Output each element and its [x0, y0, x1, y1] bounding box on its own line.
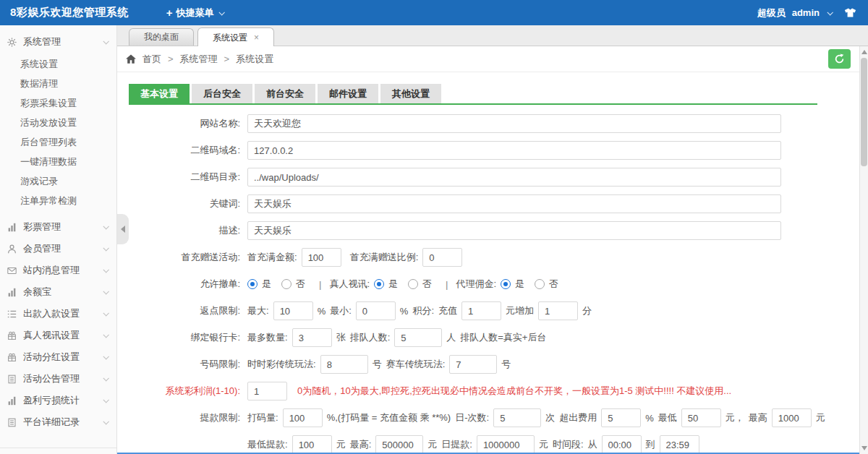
queue-count-input[interactable]: [394, 328, 442, 347]
sidebar-item-system-settings[interactable]: 系统设置: [0, 54, 116, 74]
form-row-qr-dir: 二维码目录:: [129, 167, 859, 187]
form-row-system-profit: 系统彩利润(1-10): 0为随机，10为最大,即控死,控死出现必中情况会造成前…: [129, 381, 859, 401]
user-icon: [7, 244, 23, 254]
unit-label: 元: [427, 438, 437, 451]
radio-allow-cancel-no[interactable]: [281, 279, 292, 289]
settings-form: 基本设置 后台安全 前台安全 邮件设置 其他设置 网站名称: 二维码域名: 二维…: [117, 72, 859, 454]
chevron-down-icon: [103, 223, 109, 229]
fee-min-input[interactable]: [681, 408, 721, 427]
inline-label: 日-次数:: [455, 411, 489, 424]
tab-basic-settings[interactable]: 基本设置: [129, 84, 190, 103]
fee-input[interactable]: [601, 408, 641, 427]
sidebar-item-one-key-clean[interactable]: 一键清理数据: [0, 152, 116, 171]
username-menu[interactable]: admin: [792, 7, 820, 18]
sidebar-collapse-handle[interactable]: [117, 214, 129, 244]
inline-label: 元增加: [506, 304, 534, 317]
refresh-button[interactable]: [828, 49, 851, 69]
inline-label: 时时彩传统玩法:: [247, 358, 316, 371]
tab-my-desktop[interactable]: 我的桌面: [129, 28, 194, 46]
sidebar-item-lottery-management[interactable]: 彩票管理: [0, 216, 116, 238]
dama-input[interactable]: [283, 408, 323, 427]
sidebar-item-system-management[interactable]: 系统管理: [0, 31, 116, 53]
site-name-input[interactable]: [247, 114, 781, 133]
inline-label: 真人视讯:: [329, 278, 370, 291]
time-from-input[interactable]: [602, 435, 642, 454]
home-icon: [126, 54, 136, 64]
breadcrumb-level1[interactable]: 系统管理: [180, 53, 218, 66]
qr-dir-input[interactable]: [247, 168, 781, 187]
scroll-up-arrow-icon[interactable]: [861, 50, 867, 54]
quick-menu-label: 快捷菜单: [176, 7, 214, 20]
sidebar-item-lottery-collect[interactable]: 彩票采集设置: [0, 93, 116, 113]
sidebar-item-announcement-management[interactable]: 活动公告管理: [0, 368, 116, 390]
sidebar-item-platform-records[interactable]: 平台详细记录: [0, 411, 116, 433]
inline-label: 时间段:: [553, 438, 584, 451]
breadcrumb: 首页 > 系统管理 > 系统设置: [117, 46, 859, 72]
race-play-input[interactable]: [449, 355, 497, 374]
chevron-down-icon: [103, 310, 109, 316]
field-label: 二维码域名:: [129, 144, 247, 157]
sidebar-item-yuebao[interactable]: 余额宝: [0, 281, 116, 303]
sidebar-item-label: 平台详细记录: [23, 416, 80, 429]
chart-icon: [7, 288, 23, 297]
sidebar-item-dividend-settings[interactable]: 活动分红设置: [0, 346, 116, 368]
quick-menu-button[interactable]: + 快捷菜单: [166, 7, 224, 20]
theme-shirt-icon[interactable]: [844, 7, 856, 18]
field-label: 首充赠送活动:: [129, 251, 247, 264]
radio-agent-commission-no[interactable]: [535, 279, 545, 289]
sidebar-item-admin-list[interactable]: 后台管理列表: [0, 132, 116, 152]
scrollbar-thumb[interactable]: [861, 58, 867, 166]
first-charge-amount-input[interactable]: [302, 248, 341, 267]
qr-domain-input[interactable]: [247, 141, 781, 160]
sidebar-item-data-clean[interactable]: 数据清理: [0, 74, 116, 93]
radio-live-video-no[interactable]: [408, 279, 418, 289]
points-charge-input[interactable]: [461, 301, 501, 320]
fee-max-input[interactable]: [772, 408, 812, 427]
tab-other-settings[interactable]: 其他设置: [380, 84, 441, 103]
scroll-down-arrow-icon[interactable]: [861, 446, 867, 450]
rebate-max-input[interactable]: [273, 301, 313, 320]
sidebar-item-live-video-settings[interactable]: 真人视讯设置: [0, 325, 116, 346]
keywords-input[interactable]: [247, 194, 781, 213]
inline-label: 最高:: [350, 438, 372, 451]
tab-backend-security[interactable]: 后台安全: [192, 84, 252, 103]
ssc-play-input[interactable]: [320, 355, 368, 374]
radio-agent-commission-yes[interactable]: [501, 279, 511, 289]
sidebar-item-bet-anomaly[interactable]: 注单异常检测: [0, 191, 116, 210]
vertical-scrollbar[interactable]: [859, 46, 868, 454]
time-to-input[interactable]: [660, 435, 699, 454]
app-title: 8彩娱乐欢迎您管理系统: [10, 6, 129, 20]
tab-mail-settings[interactable]: 邮件设置: [318, 84, 378, 103]
sidebar-submenu-system: 系统设置 数据清理 彩票采集设置 活动发放设置 后台管理列表 一键清理数据 游戏…: [0, 53, 116, 216]
sidebar-item-activity-grant[interactable]: 活动发放设置: [0, 113, 116, 132]
bank-max-input[interactable]: [292, 328, 332, 347]
close-icon[interactable]: ×: [254, 28, 259, 47]
rebate-min-input[interactable]: [356, 301, 396, 320]
withdraw-daily-input[interactable]: [477, 435, 535, 454]
field-label: 关键词:: [129, 197, 247, 210]
list-icon: [7, 309, 23, 319]
description-input[interactable]: [247, 221, 781, 240]
radio-allow-cancel-yes[interactable]: [247, 279, 258, 289]
radio-live-video-yes[interactable]: [374, 279, 384, 289]
breadcrumb-home[interactable]: 首页: [142, 53, 161, 66]
sidebar-item-game-records[interactable]: 游戏记录: [0, 171, 116, 191]
sidebar-item-profit-loss-stats[interactable]: 盈利亏损统计: [0, 390, 116, 411]
tab-frontend-security[interactable]: 前台安全: [255, 84, 315, 103]
daily-count-input[interactable]: [493, 408, 541, 427]
withdraw-min-input[interactable]: [292, 435, 332, 454]
chevron-left-icon: [121, 226, 125, 233]
sidebar-item-site-messages[interactable]: 站内消息管理: [0, 260, 116, 281]
sidebar-item-member-management[interactable]: 会员管理: [0, 238, 116, 260]
inline-label: 最多数量:: [247, 331, 288, 344]
chevron-down-icon: [103, 419, 109, 424]
unit-label: 人: [446, 331, 456, 344]
tab-system-settings[interactable]: 系统设置 ×: [197, 27, 274, 46]
withdraw-max-input[interactable]: [375, 435, 423, 454]
points-add-input[interactable]: [538, 301, 578, 320]
first-charge-ratio-input[interactable]: [422, 248, 462, 267]
unit-label: 元: [816, 411, 825, 424]
inline-label: 打码量:: [247, 411, 278, 424]
sidebar-item-payment-settings[interactable]: 出款入款设置: [0, 303, 116, 325]
profit-input[interactable]: [247, 382, 287, 401]
